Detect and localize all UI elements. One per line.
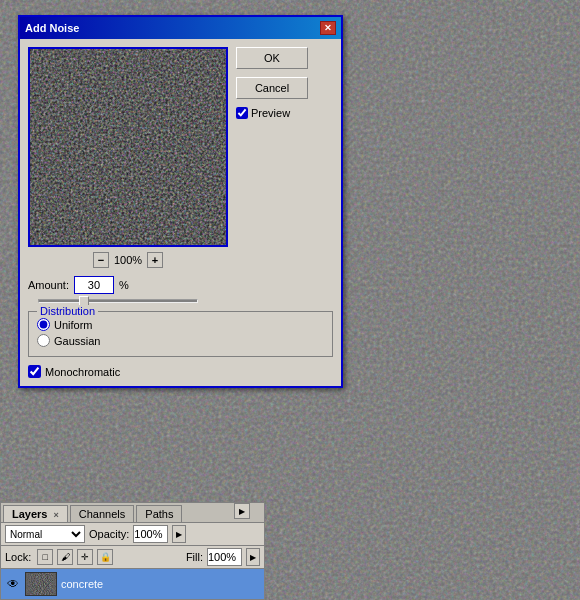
- amount-input[interactable]: [74, 276, 114, 294]
- zoom-out-button[interactable]: −: [93, 252, 109, 268]
- lock-label: Lock:: [5, 551, 31, 563]
- monochromatic-label: Monochromatic: [45, 366, 120, 378]
- amount-slider-track: [38, 299, 198, 303]
- lock-row: Lock: □ 🖌 ✛ 🔒 Fill: ▶: [1, 546, 264, 569]
- monochromatic-row: Monochromatic: [28, 365, 333, 378]
- amount-label: Amount:: [28, 279, 69, 291]
- opacity-arrow-button[interactable]: ▶: [172, 525, 186, 543]
- uniform-radio-row: Uniform: [37, 318, 324, 331]
- gaussian-label: Gaussian: [54, 335, 100, 347]
- layer-name-label: concrete: [61, 578, 103, 590]
- ok-button[interactable]: OK: [236, 47, 308, 69]
- preview-checkbox[interactable]: [236, 107, 248, 119]
- preview-label: Preview: [251, 107, 290, 119]
- left-panel: − 100% +: [28, 47, 228, 268]
- tab-channels[interactable]: Channels: [70, 505, 134, 522]
- amount-slider-container: [28, 299, 333, 303]
- fill-label: Fill:: [186, 551, 203, 563]
- layer-visibility-icon[interactable]: 👁: [5, 576, 21, 592]
- blend-mode-select[interactable]: Normal: [5, 525, 85, 543]
- uniform-label: Uniform: [54, 319, 93, 331]
- dialog-titlebar: Add Noise ✕: [20, 17, 341, 39]
- dialog-title: Add Noise: [25, 22, 79, 34]
- fill-arrow-button[interactable]: ▶: [246, 548, 260, 566]
- tab-paths[interactable]: Paths: [136, 505, 182, 522]
- tab-layers-close[interactable]: ×: [54, 510, 59, 520]
- preview-checkbox-row: Preview: [236, 107, 308, 119]
- right-panel: OK Cancel Preview: [236, 47, 308, 268]
- preview-canvas: [28, 47, 228, 247]
- gaussian-radio-row: Gaussian: [37, 334, 324, 347]
- tab-layers-label: Layers: [12, 508, 47, 520]
- cancel-button[interactable]: Cancel: [236, 77, 308, 99]
- layer-row-concrete[interactable]: 👁 concrete: [1, 569, 264, 599]
- dialog-body: − 100% + OK Cancel Preview: [20, 39, 341, 276]
- lock-pixels-button[interactable]: □: [37, 549, 53, 565]
- zoom-controls: − 100% +: [93, 252, 163, 268]
- distribution-group: Distribution Uniform Gaussian: [28, 311, 333, 357]
- controls-section: Amount: % Distribution Uniform Gaussian: [20, 276, 341, 386]
- add-noise-dialog: Add Noise ✕ − 100% + OK Cancel Preview A…: [18, 15, 343, 388]
- tab-channels-label: Channels: [79, 508, 125, 520]
- blend-opacity-row: Normal Opacity: ▶: [1, 523, 264, 546]
- amount-row: Amount: %: [28, 276, 333, 294]
- layers-panel: Layers × Channels Paths ▶ Normal Opacity…: [0, 502, 265, 600]
- layers-tabs: Layers × Channels Paths ▶: [1, 503, 264, 523]
- opacity-label: Opacity:: [89, 528, 129, 540]
- panel-menu-button[interactable]: ▶: [234, 503, 250, 519]
- tab-layers[interactable]: Layers ×: [3, 505, 68, 522]
- monochromatic-checkbox[interactable]: [28, 365, 41, 378]
- close-button[interactable]: ✕: [320, 21, 336, 35]
- opacity-input[interactable]: [133, 525, 168, 543]
- layer-thumbnail: [25, 572, 57, 596]
- tab-paths-label: Paths: [145, 508, 173, 520]
- lock-image-button[interactable]: 🖌: [57, 549, 73, 565]
- gaussian-radio[interactable]: [37, 334, 50, 347]
- percent-symbol: %: [119, 279, 129, 291]
- lock-all-button[interactable]: 🔒: [97, 549, 113, 565]
- fill-input[interactable]: [207, 548, 242, 566]
- zoom-level: 100%: [114, 254, 142, 266]
- distribution-legend: Distribution: [37, 305, 98, 317]
- zoom-in-button[interactable]: +: [147, 252, 163, 268]
- lock-move-button[interactable]: ✛: [77, 549, 93, 565]
- uniform-radio[interactable]: [37, 318, 50, 331]
